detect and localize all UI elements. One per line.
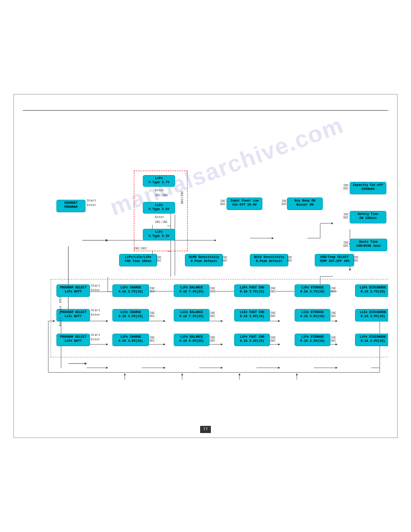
dec-inc-2: DEC↓INC — [155, 221, 167, 224]
life-charge-box: LiFe CHARGE0.1A 3.8V(1S) — [112, 334, 149, 346]
start-enter-liio: Start — [91, 309, 100, 312]
inc-dec-types: INC↑DEC — [134, 247, 147, 250]
input-power-box: Input Power LowCut-Off 10.0V — [227, 197, 262, 210]
page: manualsarchive.com — [0, 0, 411, 532]
lipo-type-box: LiPoV.Type 3.7V — [143, 175, 175, 187]
diagram-area: USERSETPROGRAM Start Enter LiPoV.Type 3.… — [23, 112, 388, 429]
inc-dec-waste: INCDEC — [343, 241, 349, 248]
inc-dec-liio-4: INCDEC — [331, 312, 336, 318]
inc-dec-nimh: INCDEC — [222, 256, 227, 262]
liio-discharge-box: LiIo DISCHARGE0.1A 3.0V(1S) — [355, 309, 388, 322]
diagram-arrows — [23, 112, 388, 429]
life-balance-box: LiFe BALANCE0.1A 6.6V(2S) — [174, 334, 210, 346]
lipo-storage-box: LiPo STORAGE0.1A 3.7V(1S) — [295, 284, 330, 297]
inc-dec-usb: INCDEC — [353, 256, 359, 262]
inc-dec-safety: INCDEC — [343, 213, 349, 219]
waste-time-box: Waste TimeCHG>DCHG 1min — [350, 239, 387, 251]
life-discharge-box: LiFe DISCHARGE0.1A 2.0V(1S) — [355, 334, 388, 346]
capacity-cutoff-box: Capacity Cut-off5000mAh — [350, 182, 386, 194]
nimh-sens-box: NiMH SensitivityD.Peak Default — [185, 254, 223, 266]
inc-dec-liio-3: INCDEC — [270, 312, 276, 318]
prog-sel-life-box: PROGRAM SELECTLiFe BATT — [56, 334, 90, 346]
lipo-balance-box: LiPo BALANCE0.1A 7.4V(2S) — [174, 284, 210, 297]
enter-liio: Enter — [91, 313, 100, 317]
liio-storage-box: LiIo STORAGE0.1A 3.6V(1S) — [295, 309, 330, 322]
lipo-charge-box: LiPo CHARGE0.1A 3.7V(1S) — [112, 284, 149, 297]
content-area: manualsarchive.com — [13, 94, 398, 438]
enter-label1: Enter — [155, 189, 164, 192]
enter-lipo: Enter — [91, 288, 100, 292]
start-enter-life: Start — [91, 333, 100, 337]
nicd-sens-box: NiCd SensitivityD.Peak Default — [250, 254, 288, 266]
start-enter-label2: Enter — [87, 203, 96, 207]
life-type-box: LiFeV.Type 3.3V — [143, 229, 175, 240]
inc-dec-liio-2: INCDEC — [210, 312, 215, 318]
inc-dec-lipo-4: INCDEC — [331, 287, 336, 293]
inc-dec-chk: INCDEC — [156, 256, 162, 262]
liio-fast-chg-box: LiIo FAST CHG0.1A 3.6V(1S) — [234, 309, 270, 322]
inc-dec-lipo-1: INCDEC — [150, 287, 155, 293]
page-number: 77 — [200, 426, 211, 433]
dec-inc-1: DEC↓INC — [155, 194, 167, 197]
life-storage-box: LiFe STORAGE0.1A 3.3V(1S) — [295, 334, 330, 346]
life-fast-chg-box: LiFe FAST CHG0.1A 3.3V(1S) — [234, 334, 270, 346]
start-enter-label1: Start — [87, 199, 96, 202]
enter-label2: Enter — [155, 215, 164, 219]
inc-dec-life-4: INCDEC — [331, 336, 336, 343]
inc-dec-nicd: INCDEC — [287, 256, 292, 262]
enter-life: Enter — [91, 338, 100, 341]
liio-charge-box: LiIo CHARGE0.1A 3.6V(1S) — [112, 309, 149, 322]
start-enter-lipo: Start — [91, 284, 100, 287]
inc-dec-capacity: INCDEC — [343, 184, 349, 190]
inc-dec-lipo-2: INCDEC — [210, 287, 215, 293]
usb-temp-box: USB/Temp SELECTTEMP CUT-OFF 30% — [315, 254, 354, 266]
inc-dec-key: INCDEC — [282, 200, 287, 206]
inc-dec-liio-1: INCDEC — [150, 312, 155, 318]
key-beep-box: Key Beep ONBuzzer ON — [287, 197, 323, 210]
liio-balance-box: LiIo BALANCE0.1A 7.2V(2S) — [174, 309, 210, 322]
inc-dec-life-2: INCDEC — [210, 336, 215, 343]
safety-time-box: Safety TimeON 180min — [350, 211, 386, 223]
chk-time-box: LiPo/LiIo/LiFeCHK Time 10min — [119, 254, 157, 266]
batt-type-dec-label: Batt.Type DEC — [59, 296, 62, 326]
inc-dec-lipo-3: INCDEC — [270, 287, 276, 293]
liio-type-box: LiIoV.Type 3.6V — [143, 202, 175, 214]
lipo-fast-chg-box: LiPo FAST CHG0.1A 3.7V(1S) — [234, 284, 270, 297]
prog-sel-lipo-box: PROGRAM SELECTLiPo BATT — [56, 284, 90, 297]
inc-dec-life-1: INCDEC — [150, 336, 155, 343]
prog-dashed-box — [51, 279, 388, 357]
dec-inc-vertical: DEC/INC — [180, 191, 184, 204]
inc-dec-input: INCDEC — [220, 200, 226, 206]
inc-dec-life-3: INCDEC — [270, 336, 276, 343]
userset-program-box: USERSETPROGRAM — [56, 200, 86, 212]
section-divider — [23, 110, 388, 111]
lipo-discharge-box: LiPo DISCHARGE0.1A 3.7V(1S) — [355, 284, 388, 297]
